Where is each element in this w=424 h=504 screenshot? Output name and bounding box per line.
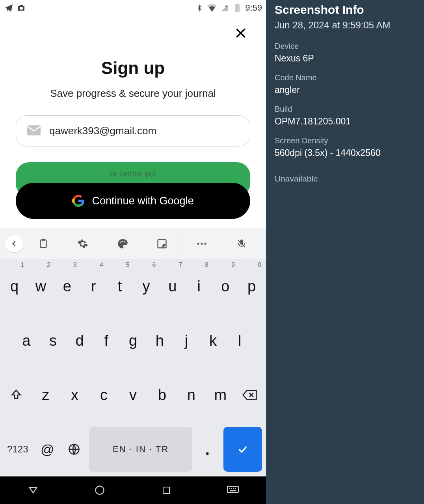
info-timestamp: Jun 28, 2024 at 9:59:05 AM (275, 20, 415, 31)
status-time: 9:59 (245, 3, 262, 13)
svg-rect-5 (41, 240, 46, 248)
nav-back[interactable] (24, 482, 42, 499)
svg-point-0 (20, 7, 23, 10)
key-z[interactable]: z (32, 369, 60, 421)
svg-rect-22 (235, 488, 236, 489)
key-x[interactable]: x (61, 369, 89, 421)
gear-icon[interactable] (63, 238, 102, 249)
battery-icon (232, 3, 242, 13)
email-input[interactable] (48, 124, 239, 137)
at-key[interactable]: @ (35, 424, 60, 475)
telegram-icon (4, 3, 13, 13)
key-o[interactable]: o9 (212, 261, 238, 312)
nav-recent[interactable] (158, 482, 175, 499)
key-u[interactable]: u7 (160, 261, 185, 312)
keyboard: q1w2e3r4t5y6u7i8o9p0 asdfghjkl zxcvbnm ?… (0, 228, 266, 476)
info-codename-value: angler (275, 85, 415, 95)
svg-point-7 (119, 242, 121, 243)
key-h[interactable]: h (147, 315, 173, 366)
key-b[interactable]: b (148, 369, 176, 421)
svg-rect-3 (236, 4, 238, 5)
backspace-key[interactable] (235, 369, 264, 421)
key-a[interactable]: a (13, 315, 39, 366)
keyboard-toolbar (0, 228, 266, 259)
screenshot-info-panel: Screenshot Info Jun 28, 2024 at 9:59:05 … (266, 0, 424, 504)
key-r[interactable]: r4 (81, 261, 106, 312)
wifi-icon (207, 3, 217, 13)
sticker-icon[interactable] (142, 238, 182, 249)
svg-point-16 (96, 486, 104, 495)
info-device-value: Nexus 6P (275, 53, 415, 64)
svg-rect-10 (158, 240, 166, 248)
svg-rect-17 (163, 487, 169, 493)
android-navbar (0, 476, 266, 504)
info-codename-label: Code Name (275, 73, 415, 82)
svg-rect-20 (231, 488, 232, 489)
camera-icon (17, 3, 26, 13)
page-title: Sign up (16, 58, 250, 78)
svg-point-8 (121, 241, 123, 242)
key-w[interactable]: w2 (28, 261, 54, 312)
globe-key[interactable] (61, 424, 87, 475)
clipboard-icon[interactable] (24, 238, 63, 249)
svg-point-13 (205, 243, 206, 245)
svg-rect-6 (42, 239, 45, 241)
cell-signal-icon: x (220, 3, 229, 13)
key-f[interactable]: f (93, 315, 119, 366)
mail-icon (27, 125, 41, 137)
bluetooth-icon (195, 3, 204, 13)
key-j[interactable]: j (173, 315, 199, 366)
key-e[interactable]: e3 (54, 261, 80, 312)
info-density-value: 560dpi (3.5x) - 1440x2560 (275, 148, 415, 158)
or-better-text: or better yet (110, 169, 156, 178)
key-y[interactable]: y6 (134, 261, 159, 312)
statusbar: x 9:59 (0, 0, 266, 16)
nav-home[interactable] (91, 482, 108, 499)
page-subtitle: Save progress & secure your journal (16, 87, 250, 100)
key-n[interactable]: n (177, 369, 205, 421)
palette-icon[interactable] (103, 238, 142, 249)
key-d[interactable]: d (67, 315, 93, 366)
key-q[interactable]: q1 (2, 261, 27, 312)
info-title: Screenshot Info (275, 3, 415, 17)
email-field-wrap[interactable] (16, 115, 250, 146)
key-c[interactable]: c (90, 369, 118, 421)
info-density-label: Screen Density (275, 136, 415, 145)
svg-rect-23 (230, 490, 236, 491)
nav-keyboard[interactable] (224, 482, 242, 499)
period-key[interactable]: . (195, 424, 220, 475)
svg-rect-19 (229, 488, 230, 489)
enter-key[interactable] (223, 427, 262, 472)
mic-off-icon[interactable] (222, 238, 261, 250)
svg-point-9 (124, 241, 125, 243)
key-i[interactable]: i8 (186, 261, 212, 312)
continue-google-button[interactable]: Continue with Google (16, 183, 250, 219)
key-k[interactable]: k (200, 315, 226, 366)
svg-point-12 (201, 243, 203, 245)
key-v[interactable]: v (119, 369, 147, 421)
key-s[interactable]: s (40, 315, 66, 366)
svg-rect-18 (227, 486, 238, 493)
info-build-value: OPM7.181205.001 (275, 116, 415, 127)
info-unavailable: Unavailable (275, 174, 415, 183)
key-t[interactable]: t5 (107, 261, 133, 312)
svg-rect-21 (233, 488, 234, 489)
key-m[interactable]: m (206, 369, 234, 421)
more-icon[interactable] (182, 242, 221, 246)
info-build-label: Build (275, 105, 415, 114)
key-l[interactable]: l (227, 315, 253, 366)
info-device-label: Device (275, 42, 415, 51)
shift-key[interactable] (2, 369, 31, 421)
google-logo-icon (72, 195, 85, 207)
continue-google-label: Continue with Google (92, 195, 193, 207)
kb-collapse-button[interactable] (5, 235, 24, 252)
key-g[interactable]: g (120, 315, 146, 366)
key-p[interactable]: p0 (239, 261, 264, 312)
svg-rect-2 (235, 4, 240, 12)
close-button[interactable] (231, 24, 250, 43)
svg-point-11 (197, 243, 199, 245)
space-key[interactable]: EN · IN · TR (89, 427, 192, 472)
numbers-key[interactable]: ?123 (2, 424, 34, 475)
